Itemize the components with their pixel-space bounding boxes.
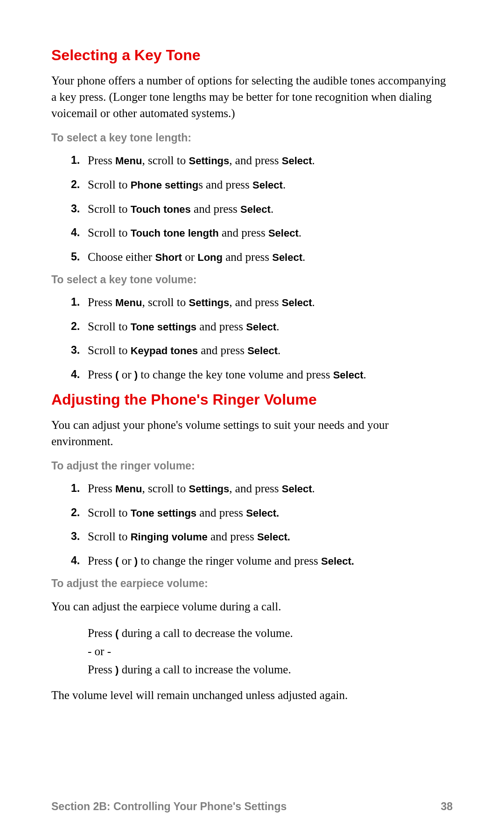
list-item: Press ( or ) to change the ringer volume… [71, 553, 453, 569]
list-item: Choose either Short or Long and press Se… [71, 249, 453, 265]
list-item: Scroll to Ringing volume and press Selec… [71, 529, 453, 545]
footer-section-label: Section 2B: Controlling Your Phone's Set… [51, 800, 287, 813]
list-item: Press Menu, scroll to Settings, and pres… [71, 294, 453, 310]
list-item: Press Menu, scroll to Settings, and pres… [71, 481, 453, 497]
page-footer: Section 2B: Controlling Your Phone's Set… [51, 800, 453, 813]
steps-ringer-volume: Press Menu, scroll to Settings, and pres… [51, 481, 453, 569]
list-item: Scroll to Touch tone length and press Se… [71, 225, 453, 241]
earpiece-instructions: Press ( during a call to decrease the vo… [51, 625, 453, 678]
earpiece-intro: You can adjust the earpiece volume durin… [51, 598, 453, 615]
right-paren-icon: ) [134, 555, 138, 567]
list-item: Scroll to Phone settings and press Selec… [71, 177, 453, 193]
heading-adjusting-ringer-volume: Adjusting the Phone's Ringer Volume [51, 391, 453, 408]
earpiece-increase-line: Press ) during a call to increase the vo… [88, 661, 453, 678]
list-item: Scroll to Touch tones and press Select. [71, 201, 453, 217]
intro-paragraph: Your phone offers a number of options fo… [51, 72, 453, 121]
list-item: Press ( or ) to change the key tone volu… [71, 367, 453, 383]
right-paren-icon: ) [134, 369, 138, 381]
subhead-ringer-volume: To adjust the ringer volume: [51, 460, 453, 472]
list-item: Scroll to Tone settings and press Select… [71, 505, 453, 521]
subhead-key-tone-length: To select a key tone length: [51, 132, 453, 144]
earpiece-outro: The volume level will remain unchanged u… [51, 687, 453, 703]
list-item: Scroll to Keypad tones and press Select. [71, 343, 453, 358]
subhead-key-tone-volume: To select a key tone volume: [51, 273, 453, 286]
steps-key-tone-length: Press Menu, scroll to Settings, and pres… [51, 153, 453, 265]
steps-key-tone-volume: Press Menu, scroll to Settings, and pres… [51, 294, 453, 383]
earpiece-decrease-line: Press ( during a call to decrease the vo… [88, 625, 453, 641]
heading-selecting-key-tone: Selecting a Key Tone [51, 47, 453, 64]
list-item: Scroll to Tone settings and press Select… [71, 319, 453, 335]
or-separator: - or - [88, 643, 453, 659]
footer-page-number: 38 [441, 800, 453, 813]
list-item: Press Menu, scroll to Settings, and pres… [71, 153, 453, 168]
subhead-earpiece-volume: To adjust the earpiece volume: [51, 577, 453, 590]
manual-page: Selecting a Key Tone Your phone offers a… [0, 0, 504, 840]
intro-paragraph: You can adjust your phone's volume setti… [51, 417, 453, 449]
